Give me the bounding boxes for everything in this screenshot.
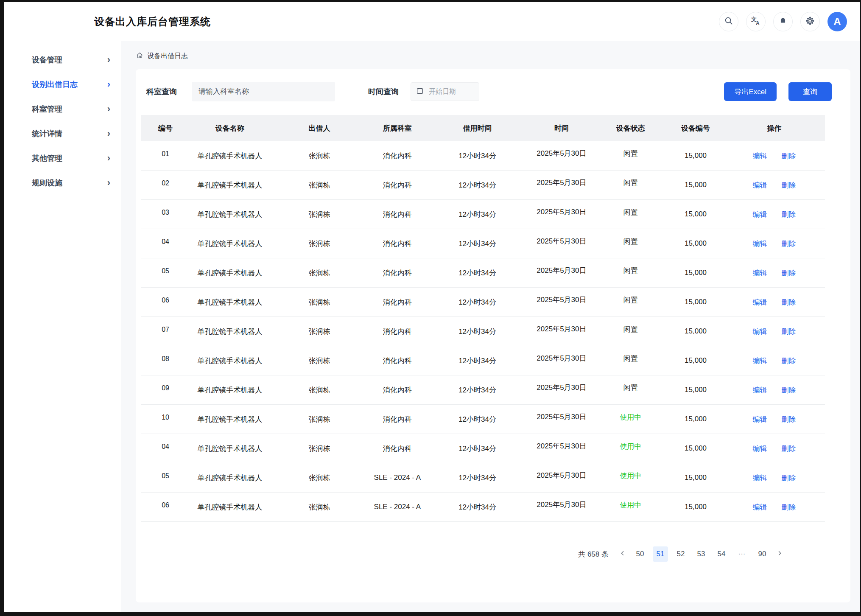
sidebar-item[interactable]: 科室管理› <box>4 97 121 121</box>
cell-duration: 12小时34分 <box>425 180 529 190</box>
delete-link[interactable]: 删除 <box>782 268 796 278</box>
edit-link[interactable]: 编辑 <box>753 239 767 249</box>
delete-link[interactable]: 删除 <box>782 210 796 219</box>
start-date-placeholder: 开始日期 <box>429 87 456 96</box>
table-row: 03 单孔腔镜手术机器人 张润栋 消化内科 12小时34分 2025年5月30日… <box>141 200 825 229</box>
delete-link[interactable]: 删除 <box>782 385 796 395</box>
edit-link[interactable]: 编辑 <box>753 385 767 395</box>
table-row: 08 单孔腔镜手术机器人 张润栋 消化内科 12小时34分 2025年5月30日… <box>141 346 825 375</box>
pagination-ellipsis: ··· <box>734 546 749 562</box>
cell-dept: 消化内科 <box>369 327 425 336</box>
edit-link[interactable]: 编辑 <box>753 151 767 161</box>
edit-link[interactable]: 编辑 <box>753 502 767 512</box>
sidebar-item[interactable]: 其他管理› <box>4 146 121 171</box>
dept-search-label: 科室查询 <box>146 87 177 97</box>
edit-link[interactable]: 编辑 <box>753 327 767 336</box>
search-query-button[interactable]: 查询 <box>788 82 832 101</box>
cell-device: 单孔腔镜手术机器人 <box>190 210 269 219</box>
cell-code: 15,000 <box>668 298 724 306</box>
cell-code: 15,000 <box>668 151 724 160</box>
cell-id: 07 <box>141 326 190 333</box>
column-header: 时间 <box>529 123 594 133</box>
user-avatar[interactable]: A <box>827 12 847 31</box>
edit-link[interactable]: 编辑 <box>753 210 767 219</box>
delete-link[interactable]: 删除 <box>782 444 796 454</box>
cell-code: 15,000 <box>668 444 724 453</box>
table-row: 05 单孔腔镜手术机器人 张润栋 SLE - 2024 - A 12小时34分 … <box>141 463 825 493</box>
sidebar-item-label: 设别出借日志 <box>32 79 78 90</box>
cell-operations: 编辑 删除 <box>724 356 825 366</box>
cell-duration: 12小时34分 <box>425 473 529 483</box>
cell-lender: 张润栋 <box>269 473 369 483</box>
chevron-right-icon: › <box>107 104 110 114</box>
start-date-picker[interactable]: 开始日期 <box>411 82 479 101</box>
cell-lender: 张润栋 <box>269 268 369 278</box>
page-button[interactable]: 54 <box>714 546 729 562</box>
delete-link[interactable]: 删除 <box>782 180 796 190</box>
delete-link[interactable]: 删除 <box>782 151 796 161</box>
cell-operations: 编辑 删除 <box>724 210 825 219</box>
cell-lender: 张润栋 <box>269 210 369 219</box>
prev-page-button[interactable] <box>615 547 630 561</box>
page-button[interactable]: 52 <box>673 546 688 562</box>
edit-link[interactable]: 编辑 <box>753 297 767 307</box>
cell-duration: 12小时34分 <box>425 444 529 454</box>
edit-link[interactable]: 编辑 <box>753 356 767 366</box>
delete-link[interactable]: 删除 <box>782 297 796 307</box>
sidebar-item[interactable]: 设别出借日志› <box>4 72 121 97</box>
cell-code: 15,000 <box>668 210 724 218</box>
chevron-right-icon: › <box>107 154 110 163</box>
sidebar-item-label: 科室管理 <box>32 104 62 114</box>
cell-duration: 12小时34分 <box>425 210 529 219</box>
breadcrumb-label: 设备出借日志 <box>147 52 188 61</box>
time-search-label: 时间查询 <box>368 87 399 97</box>
edit-link[interactable]: 编辑 <box>753 268 767 278</box>
sidebar-item[interactable]: 设备管理› <box>4 48 121 72</box>
delete-link[interactable]: 删除 <box>782 473 796 483</box>
table-header-row: 编号设备名称出借人所属科室借用时间时间设备状态设备编号操作 <box>141 115 825 141</box>
cell-date: 2025年5月30日 <box>529 500 594 510</box>
cell-lender: 张润栋 <box>269 327 369 336</box>
column-header: 设备名称 <box>190 123 269 133</box>
cell-device: 单孔腔镜手术机器人 <box>190 327 269 336</box>
edit-link[interactable]: 编辑 <box>753 473 767 483</box>
notification-button[interactable] <box>773 12 793 31</box>
sidebar-item-label: 其他管理 <box>32 153 62 163</box>
app-title: 设备出入库后台管理系统 <box>94 15 211 28</box>
page-button[interactable]: 53 <box>693 546 709 562</box>
delete-link[interactable]: 删除 <box>782 327 796 336</box>
page-button[interactable]: 51 <box>653 546 668 562</box>
next-page-button[interactable] <box>772 547 787 561</box>
pagination-pages: 5051525354···90 <box>630 546 772 562</box>
export-excel-button[interactable]: 导出Excel <box>724 82 777 101</box>
delete-link[interactable]: 删除 <box>782 356 796 366</box>
cell-date: 2025年5月30日 <box>529 470 594 480</box>
cell-device: 单孔腔镜手术机器人 <box>190 444 269 454</box>
cell-lender: 张润栋 <box>269 180 369 190</box>
edit-link[interactable]: 编辑 <box>753 180 767 190</box>
theme-button[interactable] <box>800 12 820 31</box>
sidebar-item[interactable]: 规则设施› <box>4 171 121 195</box>
cell-status: 闲置 <box>594 178 668 188</box>
delete-link[interactable]: 删除 <box>782 502 796 512</box>
cell-id: 02 <box>141 179 190 187</box>
chevron-right-icon: › <box>107 129 110 138</box>
dept-search-input[interactable] <box>192 82 335 101</box>
calendar-icon <box>416 87 424 96</box>
table-row: 06 单孔腔镜手术机器人 张润栋 消化内科 12小时34分 2025年5月30日… <box>141 288 825 317</box>
column-header: 借用时间 <box>425 123 529 133</box>
translate-button[interactable]: 文 A <box>746 12 766 31</box>
delete-link[interactable]: 删除 <box>782 414 796 424</box>
cell-id: 08 <box>141 355 190 363</box>
sidebar-item[interactable]: 统计详情› <box>4 121 121 146</box>
page-button[interactable]: 90 <box>755 546 770 562</box>
edit-link[interactable]: 编辑 <box>753 414 767 424</box>
search-button[interactable] <box>719 12 738 31</box>
cell-dept: 消化内科 <box>369 414 425 424</box>
cell-dept: 消化内科 <box>369 151 425 161</box>
content-card: 科室查询 时间查询 开始日期 导出Excel 查询 编号设备名称出借人 <box>136 69 850 602</box>
delete-link[interactable]: 删除 <box>782 239 796 249</box>
cell-code: 15,000 <box>668 473 724 482</box>
page-button[interactable]: 50 <box>632 546 648 562</box>
edit-link[interactable]: 编辑 <box>753 444 767 454</box>
